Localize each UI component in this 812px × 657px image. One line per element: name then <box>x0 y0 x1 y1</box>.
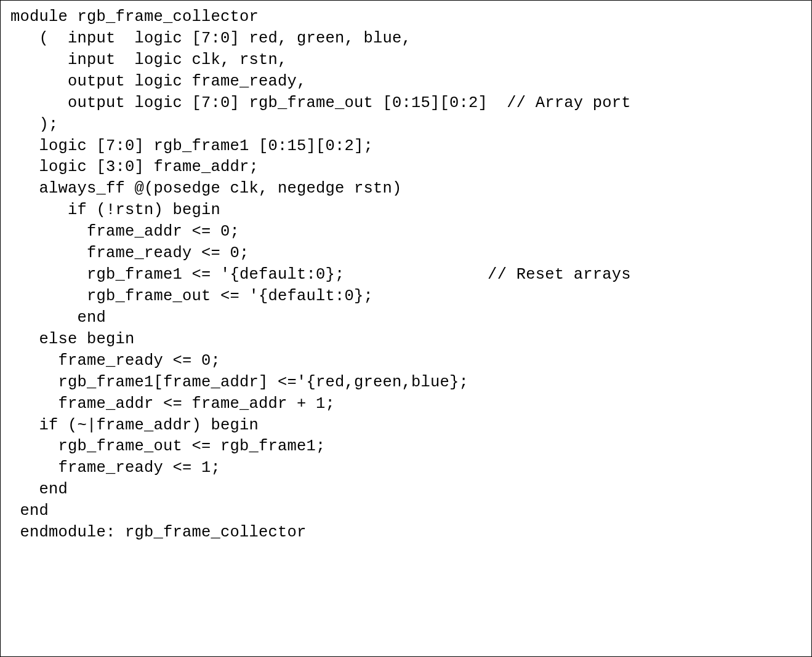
code-line: frame_addr <= 0; <box>10 221 802 243</box>
code-line: frame_addr <= frame_addr + 1; <box>10 394 802 415</box>
code-line: logic [3:0] frame_addr; <box>10 157 802 178</box>
code-line: ( input logic [7:0] red, green, blue, <box>10 28 802 50</box>
code-line: endmodule: rgb_frame_collector <box>10 522 802 544</box>
code-line: output logic [7:0] rgb_frame_out [0:15][… <box>10 93 802 114</box>
code-line: frame_ready <= 1; <box>10 458 802 479</box>
code-line: rgb_frame_out <= '{default:0}; <box>10 286 802 308</box>
code-line: module rgb_frame_collector <box>10 7 802 28</box>
code-line: output logic frame_ready, <box>10 71 802 93</box>
code-line: input logic clk, rstn, <box>10 50 802 71</box>
code-line: end <box>10 501 802 522</box>
code-line: frame_ready <= 0; <box>10 351 802 372</box>
code-line: rgb_frame1[frame_addr] <='{red,green,blu… <box>10 372 802 394</box>
code-line: ); <box>10 114 802 136</box>
code-line: if (!rstn) begin <box>10 200 802 221</box>
code-line: end <box>10 308 802 329</box>
code-line: always_ff @(posedge clk, negedge rstn) <box>10 178 802 200</box>
code-line: rgb_frame1 <= '{default:0}; // Reset arr… <box>10 265 802 286</box>
code-line: logic [7:0] rgb_frame1 [0:15][0:2]; <box>10 136 802 157</box>
code-line: frame_ready <= 0; <box>10 243 802 265</box>
code-line: end <box>10 479 802 501</box>
code-line: else begin <box>10 329 802 351</box>
code-block: module rgb_frame_collector ( input logic… <box>0 0 812 657</box>
code-line: if (~|frame_addr) begin <box>10 415 802 437</box>
code-line: rgb_frame_out <= rgb_frame1; <box>10 436 802 458</box>
